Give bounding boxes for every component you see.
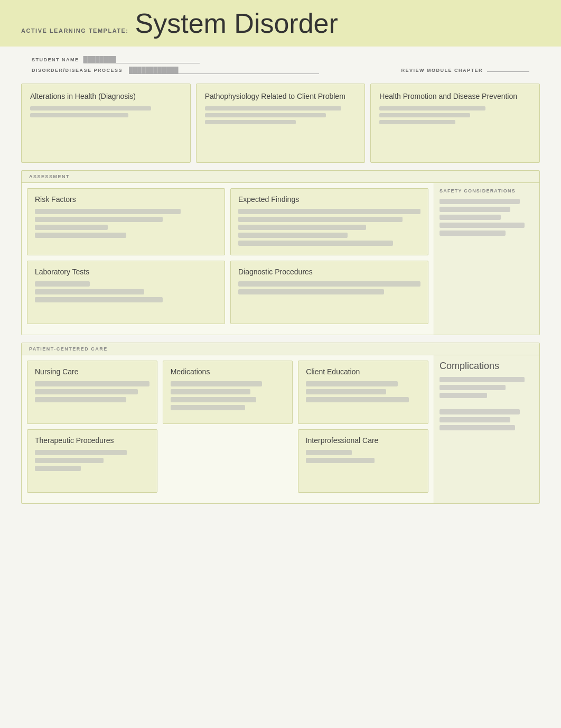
ce-line-3: [306, 397, 409, 402]
risk-factors-title: Risk Factors: [35, 195, 217, 204]
complications-sidebar: Complications: [434, 355, 539, 503]
health-promotion-title: Health Promotion and Disease Prevention: [379, 91, 531, 101]
patho-content-3: [205, 120, 296, 124]
ef-line-2: [238, 217, 403, 222]
ic-line-1: [306, 450, 352, 455]
therapeutic-procedures-box: Therapeutic Procedures: [27, 429, 157, 493]
ce-line-2: [306, 389, 386, 394]
rf-line-2: [35, 217, 163, 222]
nc-line-3: [35, 397, 126, 402]
pcc-main: Nursing Care Medications Client Educatio…: [22, 355, 434, 503]
student-name-label: STUDENT NAME: [32, 57, 79, 62]
disorder-value: ████████████: [129, 67, 319, 74]
ic-line-2: [306, 458, 375, 463]
student-name-row: STUDENT NAME ████████: [32, 56, 529, 63]
med-line-2: [171, 389, 251, 394]
patho-content-2: [205, 113, 326, 117]
disorder-label: DISORDER/DISEASE PROCESS: [32, 68, 123, 73]
complications-title: Complications: [440, 361, 534, 372]
page-header: ACTIVE LEARNING TEMPLATE: System Disorde…: [0, 0, 561, 47]
ef-line-5: [238, 241, 393, 246]
review-value: [487, 71, 529, 72]
disorder-row: DISORDER/DISEASE PROCESS ████████████ RE…: [32, 67, 529, 74]
pcc-row-2: Therapeutic Procedures Interprofessional…: [27, 429, 428, 493]
comp-line-6: [440, 425, 515, 430]
review-module-group: REVIEW MODULE CHAPTER: [401, 68, 529, 73]
expected-findings-title: Expected Findings: [238, 195, 420, 204]
risk-factors-box: Risk Factors: [27, 188, 225, 255]
expected-findings-box: Expected Findings: [230, 188, 428, 255]
pathophysiology-title: Pathophysiology Related to Client Proble…: [205, 91, 357, 101]
hp-content-3: [379, 120, 455, 124]
client-education-box: Client Education: [298, 361, 428, 424]
med-line-1: [171, 381, 262, 386]
hp-content-1: [379, 106, 485, 110]
page-title: System Disorder: [135, 10, 338, 37]
rf-line-1: [35, 209, 181, 214]
laboratory-tests-box: Laboratory Tests: [27, 261, 225, 324]
tp-line-1: [35, 450, 127, 455]
laboratory-tests-title: Laboratory Tests: [35, 268, 217, 276]
dp-line-2: [238, 289, 384, 294]
student-info-section: STUDENT NAME ████████ DISORDER/DISEASE P…: [0, 47, 561, 78]
medications-title: Medications: [171, 367, 285, 376]
safety-considerations-sidebar: SAFETY CONSIDERATIONS: [434, 183, 539, 335]
interprofessional-care-title: Interprofessional Care: [306, 436, 420, 445]
tp-line-3: [35, 466, 81, 471]
sc-line-2: [440, 207, 510, 212]
interprofessional-care-box: Interprofessional Care: [298, 429, 428, 493]
dp-line-1: [238, 281, 420, 287]
med-line-3: [171, 397, 257, 402]
nc-line-1: [35, 381, 149, 386]
patient-centered-care-section: PATIENT-CENTERED CARE Nursing Care Medic…: [21, 343, 540, 504]
pathophysiology-box: Pathophysiology Related to Client Proble…: [196, 84, 366, 163]
nursing-care-box: Nursing Care: [27, 361, 157, 424]
pcc-header: PATIENT-CENTERED CARE: [22, 343, 539, 355]
assessment-body: Risk Factors Expected Findings: [22, 183, 539, 335]
pcc-row-1: Nursing Care Medications Client Educatio…: [27, 361, 428, 424]
client-education-title: Client Education: [306, 367, 420, 376]
rf-line-4: [35, 233, 126, 238]
student-name-value: ████████: [83, 56, 200, 63]
ce-line-1: [306, 381, 397, 386]
active-learning-label: ACTIVE LEARNING TEMPLATE:: [21, 27, 129, 34]
health-promotion-box: Health Promotion and Disease Prevention: [370, 84, 540, 163]
diagnostic-procedures-title: Diagnostic Procedures: [238, 268, 420, 276]
sc-line-5: [440, 231, 506, 236]
lt-line-1: [35, 281, 90, 287]
sc-line-3: [440, 215, 501, 220]
nc-line-2: [35, 389, 138, 394]
safety-considerations-label: SAFETY CONSIDERATIONS: [440, 188, 534, 195]
sc-line-1: [440, 199, 520, 204]
ef-line-4: [238, 233, 348, 238]
alterations-content-2: [30, 113, 128, 117]
medications-box: Medications: [163, 361, 293, 424]
med-line-4: [171, 405, 245, 410]
ef-line-1: [238, 209, 420, 214]
alterations-content-1: [30, 106, 151, 110]
comp-line-2: [440, 385, 506, 390]
assessment-row-1: Risk Factors Expected Findings: [27, 188, 428, 255]
alterations-title: Alterations in Health (Diagnosis): [30, 91, 182, 101]
lt-line-3: [35, 297, 163, 302]
pcc-middle-empty: [163, 429, 292, 493]
diagnostic-procedures-box: Diagnostic Procedures: [230, 261, 428, 324]
rf-line-3: [35, 225, 108, 230]
ef-line-3: [238, 225, 366, 230]
therapeutic-procedures-title: Therapeutic Procedures: [35, 436, 149, 445]
patho-content-1: [205, 106, 341, 110]
lt-line-2: [35, 289, 144, 294]
hp-content-2: [379, 113, 470, 117]
top-boxes-row: Alterations in Health (Diagnosis) Pathop…: [21, 84, 540, 163]
alterations-box: Alterations in Health (Diagnosis): [21, 84, 191, 163]
nursing-care-title: Nursing Care: [35, 367, 149, 376]
comp-line-4: [440, 409, 520, 414]
assessment-section: ASSESSMENT Risk Factors Expected Finding…: [21, 170, 540, 335]
main-content: Alterations in Health (Diagnosis) Pathop…: [0, 78, 561, 522]
tp-line-2: [35, 458, 104, 463]
assessment-main: Risk Factors Expected Findings: [22, 183, 434, 335]
review-label: REVIEW MODULE CHAPTER: [401, 68, 483, 73]
comp-line-3: [440, 393, 487, 398]
pcc-body: Nursing Care Medications Client Educatio…: [22, 355, 539, 503]
comp-line-1: [440, 377, 525, 382]
